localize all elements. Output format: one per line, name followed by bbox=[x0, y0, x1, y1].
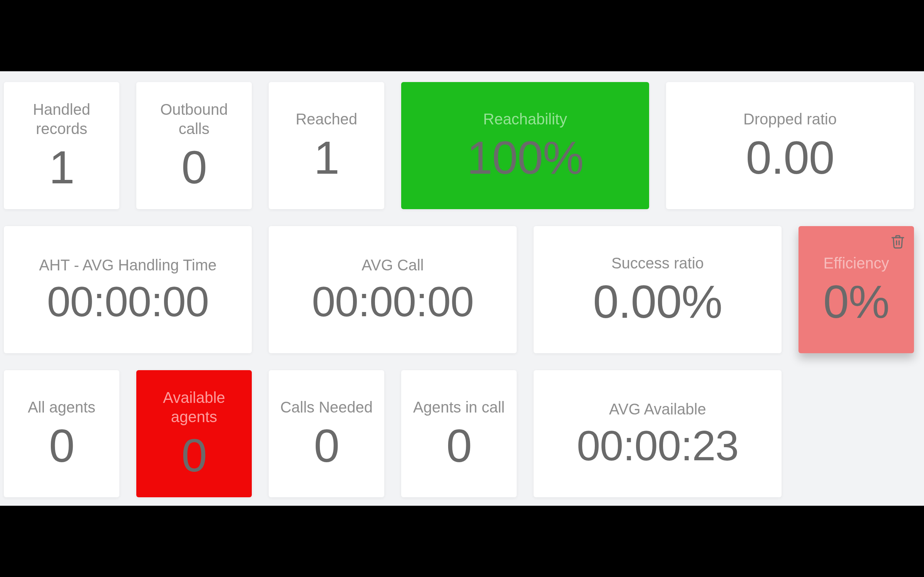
card-agents-in-call[interactable]: Agents in call 0 bbox=[401, 370, 517, 497]
card-title: Reached bbox=[296, 109, 357, 129]
card-value: 00:00:23 bbox=[577, 423, 738, 468]
card-value: 0 bbox=[49, 421, 74, 470]
card-success-ratio[interactable]: Success ratio 0.00% bbox=[534, 226, 782, 353]
card-title: Calls Needed bbox=[280, 398, 373, 417]
card-avg-call[interactable]: AVG Call 00:00:00 bbox=[269, 226, 517, 353]
card-title: Efficiency bbox=[824, 253, 889, 273]
card-title: Dropped ratio bbox=[743, 109, 837, 129]
card-title: AVG Available bbox=[609, 399, 706, 419]
card-title: AVG Call bbox=[362, 255, 424, 275]
card-aht[interactable]: AHT - AVG Handling Time 00:00:00 bbox=[4, 226, 252, 353]
card-value: 1 bbox=[49, 143, 74, 191]
card-value: 00:00:00 bbox=[47, 279, 209, 324]
trash-icon[interactable] bbox=[890, 234, 906, 249]
card-title: Reachability bbox=[483, 109, 567, 129]
card-value: 0.00 bbox=[746, 133, 834, 182]
card-all-agents[interactable]: All agents 0 bbox=[4, 370, 119, 497]
card-avg-available[interactable]: AVG Available 00:00:23 bbox=[534, 370, 782, 497]
card-value: 0 bbox=[446, 421, 472, 470]
dashboard-row-3: All agents 0 Available agents 0 Calls Ne… bbox=[4, 370, 920, 497]
card-value: 0.00% bbox=[593, 277, 722, 326]
card-reached[interactable]: Reached 1 bbox=[269, 82, 384, 209]
dashboard-grid: Handled records 1 Outbound calls 0 Reach… bbox=[4, 82, 920, 497]
card-value: 0 bbox=[181, 143, 207, 191]
card-efficiency[interactable]: Efficiency 0% bbox=[798, 226, 914, 353]
card-title: All agents bbox=[28, 398, 95, 417]
card-calls-needed[interactable]: Calls Needed 0 bbox=[269, 370, 384, 497]
card-value: 1 bbox=[314, 133, 339, 182]
card-value: 0% bbox=[823, 277, 889, 326]
card-available-agents[interactable]: Available agents 0 bbox=[136, 370, 252, 497]
card-title: Available agents bbox=[144, 388, 244, 426]
card-value: 0 bbox=[181, 431, 207, 480]
dashboard-row-1: Handled records 1 Outbound calls 0 Reach… bbox=[4, 82, 920, 209]
card-dropped-ratio[interactable]: Dropped ratio 0.00 bbox=[666, 82, 914, 209]
card-value: 00:00:00 bbox=[312, 279, 474, 324]
card-title: Outbound calls bbox=[144, 100, 244, 138]
card-title: AHT - AVG Handling Time bbox=[39, 255, 217, 275]
card-reachability[interactable]: Reachability 100% bbox=[401, 82, 649, 209]
card-handled-records[interactable]: Handled records 1 bbox=[4, 82, 119, 209]
card-outbound-calls[interactable]: Outbound calls 0 bbox=[136, 82, 252, 209]
card-title: Handled records bbox=[12, 100, 112, 138]
card-title: Agents in call bbox=[413, 398, 505, 417]
dashboard-stage: Handled records 1 Outbound calls 0 Reach… bbox=[0, 71, 924, 506]
dashboard-row-2: AHT - AVG Handling Time 00:00:00 AVG Cal… bbox=[4, 226, 920, 353]
card-title: Success ratio bbox=[611, 253, 704, 273]
card-value: 100% bbox=[467, 133, 584, 182]
card-value: 0 bbox=[314, 421, 339, 470]
